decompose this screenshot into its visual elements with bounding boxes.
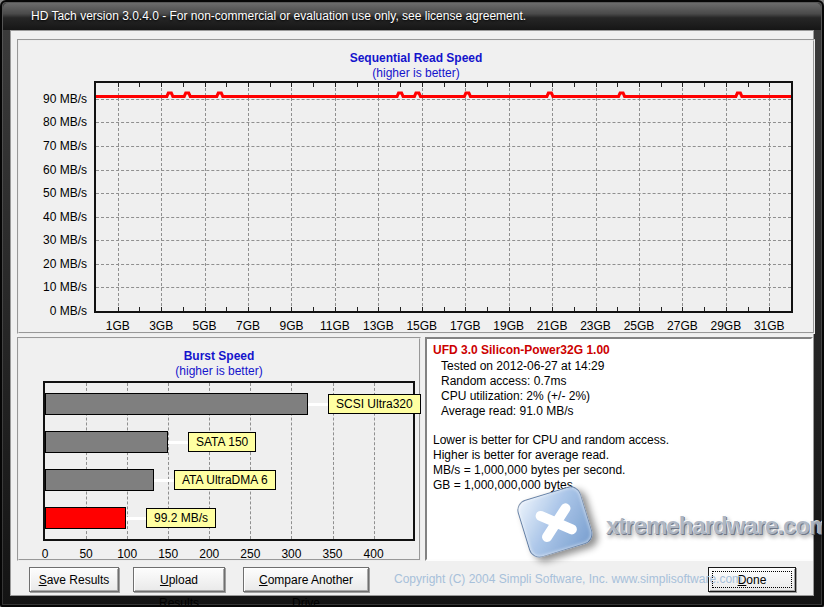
seq-y-tick-label: 10 MB/s <box>19 280 87 294</box>
sequential-read-panel: Sequential Read Speed (higher is better)… <box>17 39 815 334</box>
tested-on-line: Tested on 2012-06-27 at 14:29 <box>433 359 805 374</box>
seq-plot <box>94 81 793 313</box>
burst-bar-label: 99.2 MB/s <box>146 508 216 528</box>
seq-y-tick-label: 80 MB/s <box>19 115 87 129</box>
sequential-chart-title: Sequential Read Speed <box>19 51 813 65</box>
burst-speed-panel: Burst Speed (higher is better) SCSI Ultr… <box>17 337 421 561</box>
seq-x-tick-label: 23GB <box>574 319 618 333</box>
burst-bar <box>45 393 308 415</box>
burst-bar-label: SCSI Ultra320 <box>328 394 421 414</box>
burst-x-tick-label: 250 <box>228 547 272 561</box>
upload-results-label: Upload Results <box>159 573 199 607</box>
bar-label-connector <box>154 479 174 482</box>
client-area: Sequential Read Speed (higher is better)… <box>10 30 814 596</box>
seq-x-tick-label: 17GB <box>443 319 487 333</box>
seq-y-tick-label: 20 MB/s <box>19 257 87 271</box>
burst-chart-subtitle: (higher is better) <box>19 364 419 378</box>
average-read-line: Average read: 91.0 MB/s <box>433 404 805 419</box>
seq-y-tick-label: 90 MB/s <box>19 92 87 106</box>
save-results-button[interactable]: Save Results <box>29 567 119 592</box>
burst-bar <box>45 431 168 453</box>
burst-x-tick-label: 200 <box>187 547 231 561</box>
results-info-panel: UFD 3.0 Silicon-Power32G 1.00 Tested on … <box>425 337 813 561</box>
seq-x-tick-label: 21GB <box>530 319 574 333</box>
seq-x-tick-label: 1GB <box>96 319 140 333</box>
seq-x-tick-label: 19GB <box>487 319 531 333</box>
sequential-chart-subtitle: (higher is better) <box>19 66 813 80</box>
seq-x-tick-label: 13GB <box>356 319 400 333</box>
note-line: MB/s = 1,000,000 bytes per second. <box>433 463 805 478</box>
hd-tach-window: HD Tach version 3.0.4.0 - For non-commer… <box>0 0 824 607</box>
cpu-utilization-line: CPU utilization: 2% (+/- 2%) <box>433 389 805 404</box>
burst-chart-title: Burst Speed <box>19 349 419 363</box>
seq-x-tick-label: 7GB <box>226 319 270 333</box>
bar-label-connector <box>308 403 328 406</box>
seq-x-tick-label: 9GB <box>269 319 313 333</box>
title-bar[interactable]: HD Tach version 3.0.4.0 - For non-commer… <box>3 3 821 30</box>
seq-y-tick-label: 30 MB/s <box>19 233 87 247</box>
bar-label-connector <box>126 517 146 520</box>
burst-bar <box>45 469 154 491</box>
seq-x-tick-label: 25GB <box>617 319 661 333</box>
burst-bar-label: SATA 150 <box>188 432 256 452</box>
seq-x-tick-label: 11GB <box>313 319 357 333</box>
read-speed-line <box>96 83 791 311</box>
save-results-label: Save Results <box>39 573 110 587</box>
upload-results-button[interactable]: Upload Results <box>133 567 225 592</box>
seq-x-tick-label: 31GB <box>747 319 791 333</box>
note-line: Higher is better for average read. <box>433 448 805 463</box>
compare-another-drive-label: Compare Another Drive <box>259 573 353 607</box>
seq-x-tick-label: 27GB <box>660 319 704 333</box>
burst-x-tick-label: 0 <box>23 547 67 561</box>
burst-x-tick-label: 300 <box>269 547 313 561</box>
burst-bar <box>45 507 126 529</box>
seq-x-tick-label: 5GB <box>183 319 227 333</box>
drive-name: UFD 3.0 Silicon-Power32G 1.00 <box>433 343 805 358</box>
copyright-text: Copyright (C) 2004 Simpli Software, Inc.… <box>394 572 724 586</box>
seq-x-tick-label: 29GB <box>704 319 748 333</box>
burst-plot: SCSI Ultra320SATA 150ATA UltraDMA 699.2 … <box>43 381 415 541</box>
burst-x-tick-label: 150 <box>146 547 190 561</box>
note-line: GB = 1,000,000,000 bytes. <box>433 478 805 493</box>
seq-y-tick-label: 70 MB/s <box>19 139 87 153</box>
burst-bar-label: ATA UltraDMA 6 <box>174 470 276 490</box>
burst-x-tick-label: 400 <box>352 547 396 561</box>
compare-another-drive-button[interactable]: Compare Another Drive <box>243 567 369 592</box>
burst-x-tick-label: 350 <box>311 547 355 561</box>
seq-y-tick-label: 0 MB/s <box>19 304 87 318</box>
seq-y-tick-label: 50 MB/s <box>19 186 87 200</box>
note-line: Lower is better for CPU and random acces… <box>433 433 805 448</box>
burst-x-tick-label: 50 <box>64 547 108 561</box>
bar-label-connector <box>168 441 188 444</box>
seq-y-tick-label: 40 MB/s <box>19 210 87 224</box>
seq-x-tick-label: 15GB <box>400 319 444 333</box>
window-title: HD Tach version 3.0.4.0 - For non-commer… <box>31 9 526 23</box>
random-access-line: Random access: 0.7ms <box>433 374 805 389</box>
seq-y-tick-label: 60 MB/s <box>19 163 87 177</box>
seq-x-tick-label: 3GB <box>139 319 183 333</box>
burst-x-tick-label: 100 <box>105 547 149 561</box>
